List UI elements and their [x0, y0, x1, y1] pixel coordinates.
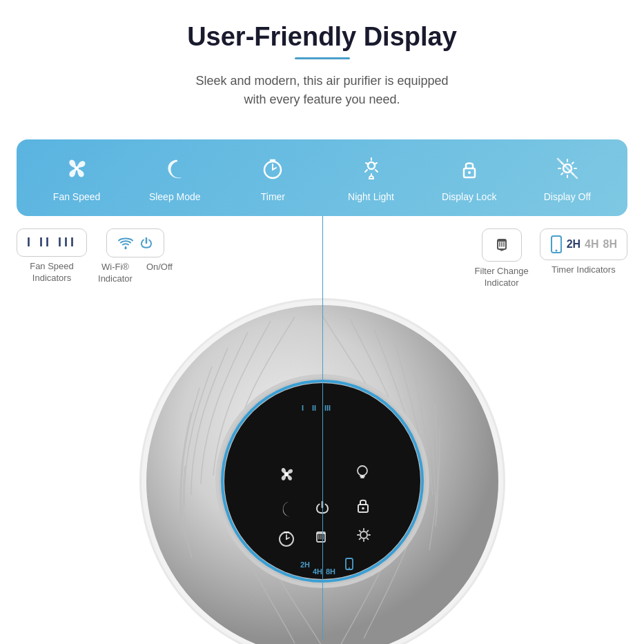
- timer-2h: 2H: [567, 238, 580, 251]
- feature-item-night-light: Night Light: [337, 156, 406, 202]
- svg-text:III: III: [324, 404, 331, 412]
- night-light-label: Night Light: [348, 191, 394, 202]
- fan-speed-indicators-group: I II III Fan Speed Indicators: [17, 228, 87, 284]
- svg-point-4: [468, 171, 471, 174]
- feature-banner: Fan Speed Sleep Mode Timer: [17, 139, 627, 216]
- svg-point-23: [362, 507, 364, 509]
- vertical-divider: [322, 216, 324, 640]
- left-indicators: I II III Fan Speed Indicators: [17, 228, 173, 289]
- filter-icon: [492, 235, 511, 255]
- feature-item-sleep-mode: Sleep Mode: [140, 156, 209, 202]
- header-section: User-Friendly Display Sleek and modern, …: [0, 0, 644, 123]
- feature-item-display-off: Display Off: [533, 156, 602, 202]
- svg-point-31: [349, 567, 350, 569]
- display-off-icon: [555, 156, 580, 184]
- svg-point-6: [124, 247, 126, 249]
- filter-change-box: [482, 228, 522, 262]
- svg-point-2: [368, 162, 375, 169]
- svg-point-0: [75, 166, 79, 170]
- timer-label: Timer: [261, 191, 285, 202]
- fan-speed-bars: I II III: [27, 235, 77, 250]
- title-underline: [295, 57, 350, 59]
- fan-speed-indicators-box: I II III: [17, 228, 87, 257]
- wifi-icon: [117, 235, 135, 251]
- phone-icon: [550, 235, 563, 253]
- svg-text:I: I: [302, 404, 304, 412]
- wifi-onoff-box: [106, 228, 164, 257]
- timer-8h: 8H: [603, 238, 617, 251]
- display-off-label: Display Off: [544, 191, 591, 202]
- timer-4h: 4H: [585, 238, 598, 251]
- timer-icon: [260, 156, 285, 184]
- filter-change-group: Filter ChangeIndicator: [475, 228, 529, 289]
- sleep-mode-icon: [162, 156, 187, 184]
- timer-indicators-label: Timer Indicators: [552, 264, 616, 276]
- right-indicators: Filter ChangeIndicator 2H 4H 8H Timer In…: [475, 228, 627, 289]
- feature-item-display-lock: Display Lock: [435, 156, 504, 202]
- feature-item-fan-speed: Fan Speed: [42, 156, 111, 202]
- timer-indicators-box: 2H 4H 8H: [540, 228, 627, 260]
- svg-text:4H: 4H: [313, 567, 322, 576]
- timer-indicators-group: 2H 4H 8H Timer Indicators: [540, 228, 627, 276]
- main-title: User-Friendly Display: [28, 22, 616, 52]
- feature-item-timer: Timer: [238, 156, 307, 202]
- display-lock-icon: [457, 156, 482, 184]
- svg-point-20: [284, 472, 288, 476]
- svg-text:8H: 8H: [326, 567, 335, 576]
- sleep-mode-label: Sleep Mode: [149, 191, 201, 202]
- fan-speed-label: Fan Speed: [53, 191, 101, 202]
- svg-text:2H: 2H: [300, 560, 310, 569]
- night-light-icon: [359, 156, 384, 184]
- svg-text:II: II: [312, 404, 316, 412]
- svg-point-9: [555, 250, 557, 252]
- power-icon: [139, 235, 154, 251]
- display-lock-label: Display Lock: [442, 191, 496, 202]
- page-container: User-Friendly Display Sleek and modern, …: [0, 0, 644, 644]
- subtitle: Sleek and modern, this air purifier is e…: [143, 72, 502, 109]
- wifi-onoff-group: Wi-Fi®Indicator On/Off: [98, 228, 173, 285]
- fan-speed-icon: [64, 156, 89, 184]
